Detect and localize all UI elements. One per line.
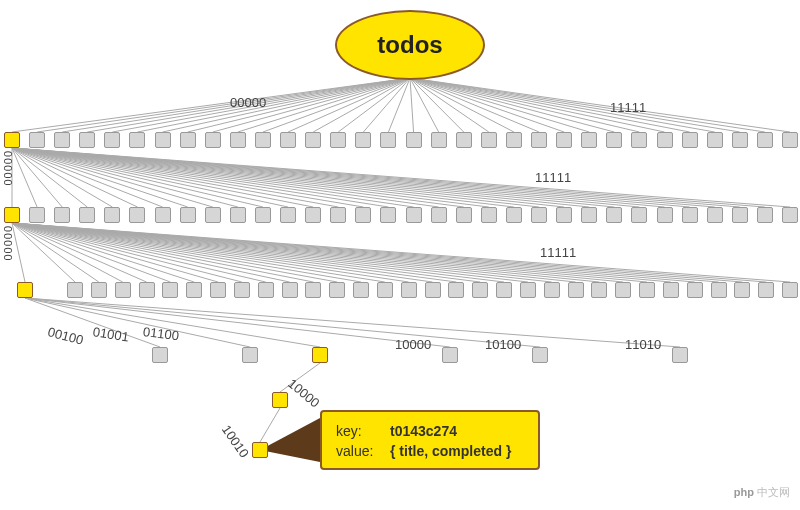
- level4-node: [672, 347, 688, 363]
- level1-node: [305, 132, 321, 148]
- level1-node: [230, 132, 246, 148]
- leaf-key-label: key:: [336, 422, 380, 442]
- leaf-value-value: { title, completed }: [390, 442, 511, 462]
- level2-node: [305, 207, 321, 223]
- level1-node: [581, 132, 597, 148]
- level1-node: [104, 132, 120, 148]
- level3-node: [758, 282, 774, 298]
- level4-edge-label: 10100: [485, 337, 521, 352]
- svg-line-22: [410, 78, 564, 132]
- level2-node: [406, 207, 422, 223]
- level3-node: [496, 282, 512, 298]
- level2-node: [230, 207, 246, 223]
- level1-node: [481, 132, 497, 148]
- level3-node: [568, 282, 584, 298]
- level3-node: [67, 282, 83, 298]
- level1-right-label: 11111: [610, 100, 646, 115]
- svg-line-1: [37, 78, 410, 132]
- level1-node: [506, 132, 522, 148]
- level1-node: [4, 132, 20, 148]
- level3-node: [17, 282, 33, 298]
- level3-node: [782, 282, 798, 298]
- level2-node: [631, 207, 647, 223]
- level1-side-label: 00000: [2, 150, 14, 186]
- level3-node: [639, 282, 655, 298]
- svg-line-16: [410, 78, 414, 132]
- level1-node: [631, 132, 647, 148]
- level1-node: [757, 132, 773, 148]
- watermark: php 中文网: [734, 485, 790, 500]
- level3-node: [282, 282, 298, 298]
- level2-right-label: 11111: [535, 170, 571, 185]
- level4-node: [152, 347, 168, 363]
- leaf-key-value: t0143c274: [390, 422, 457, 442]
- level1-node: [682, 132, 698, 148]
- level3-node: [329, 282, 345, 298]
- level2-node: [682, 207, 698, 223]
- level3-node: [377, 282, 393, 298]
- level3-node: [186, 282, 202, 298]
- level3-node: [305, 282, 321, 298]
- level2-node: [456, 207, 472, 223]
- level2-node: [155, 207, 171, 223]
- level2-node: [531, 207, 547, 223]
- root-node: todos: [335, 10, 485, 80]
- level2-node: [431, 207, 447, 223]
- path-node-1: [272, 392, 288, 408]
- level3-node: [139, 282, 155, 298]
- level2-node: [782, 207, 798, 223]
- level2-node: [54, 207, 70, 223]
- svg-marker-104: [260, 418, 320, 462]
- level2-node: [506, 207, 522, 223]
- level3-node: [425, 282, 441, 298]
- level2-node: [79, 207, 95, 223]
- level1-node: [330, 132, 346, 148]
- level1-node: [456, 132, 472, 148]
- svg-line-29: [410, 78, 740, 132]
- svg-line-5: [137, 78, 410, 132]
- level1-node: [380, 132, 396, 148]
- level1-node: [556, 132, 572, 148]
- level2-node: [29, 207, 45, 223]
- level1-node: [280, 132, 296, 148]
- level1-node: [406, 132, 422, 148]
- level4-node: [242, 347, 258, 363]
- level2-node: [330, 207, 346, 223]
- svg-line-103: [260, 408, 280, 442]
- level2-node: [556, 207, 572, 223]
- svg-line-25: [410, 78, 639, 132]
- level3-node: [520, 282, 536, 298]
- svg-line-0: [12, 78, 410, 132]
- level3-node: [162, 282, 178, 298]
- svg-line-63: [12, 148, 790, 207]
- level1-node: [707, 132, 723, 148]
- level2-node: [4, 207, 20, 223]
- leaf-value-label: value:: [336, 442, 380, 462]
- level1-node: [54, 132, 70, 148]
- level3-node: [258, 282, 274, 298]
- level1-node: [29, 132, 45, 148]
- level1-node: [732, 132, 748, 148]
- level1-node: [431, 132, 447, 148]
- level2-node: [732, 207, 748, 223]
- svg-line-47: [12, 148, 388, 207]
- level2-node: [707, 207, 723, 223]
- level1-node: [180, 132, 196, 148]
- level1-left-label: 00000: [230, 95, 266, 110]
- level4-edge-label: 10000: [395, 337, 431, 352]
- level1-node: [606, 132, 622, 148]
- level3-node: [234, 282, 250, 298]
- svg-line-21: [410, 78, 539, 132]
- level1-node: [129, 132, 145, 148]
- level3-node: [91, 282, 107, 298]
- svg-line-24: [410, 78, 614, 132]
- level3-node: [663, 282, 679, 298]
- level3-node: [448, 282, 464, 298]
- level4-node: [312, 347, 328, 363]
- level3-node: [544, 282, 560, 298]
- level3-node: [734, 282, 750, 298]
- level2-node: [355, 207, 371, 223]
- level2-node: [657, 207, 673, 223]
- level2-node: [581, 207, 597, 223]
- level3-node: [615, 282, 631, 298]
